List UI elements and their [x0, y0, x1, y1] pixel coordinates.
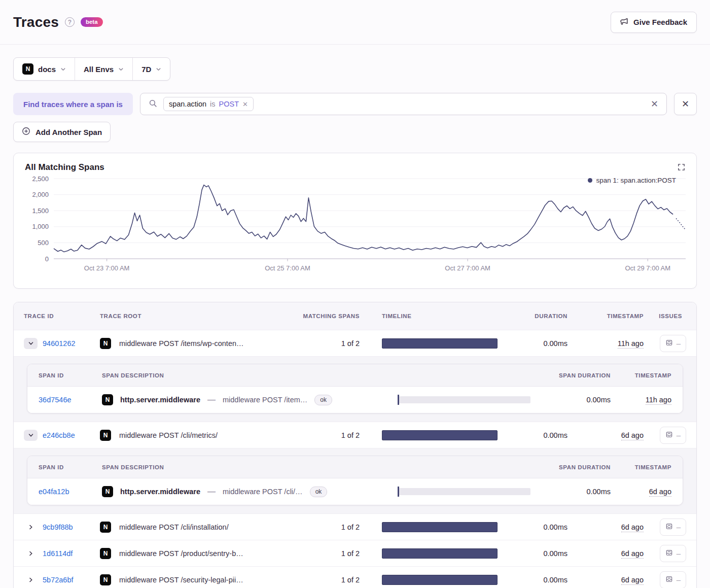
svg-text:Oct 25 7:00 AM: Oct 25 7:00 AM — [265, 264, 310, 272]
project-filter-label: docs — [38, 65, 56, 74]
span-row[interactable]: 36d7546e N http.server.middleware — midd… — [27, 387, 683, 413]
span-timestamp-value[interactable]: 11h ago — [646, 396, 671, 405]
date-range-filter[interactable]: 7D — [132, 58, 170, 80]
issues-button[interactable]: – — [660, 335, 686, 352]
expand-chevron-icon[interactable] — [24, 338, 38, 349]
chevron-down-icon — [118, 65, 124, 74]
matching-spans-chart-panel: All Matching Spans span 1: span.action:P… — [13, 153, 697, 289]
add-another-span-button[interactable]: Add Another Span — [13, 122, 111, 142]
table-row[interactable]: 1d6114df N middleware POST /product/sent… — [14, 540, 696, 566]
col-duration: DURATION — [512, 313, 567, 319]
timeline-bar[interactable] — [382, 548, 498, 559]
give-feedback-button[interactable]: Give Feedback — [611, 12, 697, 33]
svg-text:1,500: 1,500 — [32, 207, 49, 215]
table-row[interactable]: 9cb9f88b N middleware POST /cli/installa… — [14, 513, 696, 540]
expanded-spans-zone: SPAN ID SPAN DESCRIPTION SPAN DURATION T… — [14, 448, 696, 513]
traces-table-header: TRACE ID TRACE ROOT MATCHING SPANS TIMEL… — [14, 302, 696, 330]
trace-id-link[interactable]: e246cb8e — [43, 431, 75, 439]
trace-id-link[interactable]: 1d6114df — [43, 549, 73, 558]
date-range-label: 7D — [141, 65, 151, 74]
span-timeline-bar[interactable] — [398, 396, 530, 403]
span-description-label: middleware POST /cli/… — [223, 488, 303, 496]
timeline-bar[interactable] — [382, 338, 498, 349]
col-span-timestamp: TIMESTAMP — [611, 372, 671, 378]
svg-text:0: 0 — [45, 255, 49, 263]
search-clear-icon[interactable]: ✕ — [651, 98, 658, 110]
fullscreen-icon[interactable] — [677, 162, 686, 174]
col-span-duration: SPAN DURATION — [545, 372, 611, 378]
span-timeline-bar[interactable] — [398, 488, 530, 495]
expand-chevron-icon[interactable] — [24, 430, 38, 441]
col-timestamp: TIMESTAMP — [567, 313, 644, 319]
span-timeline-tick — [398, 487, 399, 497]
token-operator: is — [210, 100, 215, 108]
span-search-input[interactable]: span.action is POST ✕ ✕ — [140, 93, 667, 115]
project-filter[interactable]: N docs — [14, 58, 75, 80]
timeline-bar[interactable] — [382, 430, 498, 440]
token-remove-icon[interactable]: ✕ — [242, 100, 248, 108]
col-span-description: SPAN DESCRIPTION — [102, 464, 393, 470]
timeline-bar[interactable] — [382, 575, 498, 585]
timestamp-value[interactable]: 6d ago — [621, 549, 644, 559]
nextjs-project-icon: N — [22, 63, 33, 75]
environment-filter[interactable]: All Envs — [75, 58, 132, 80]
expand-chevron-icon[interactable] — [24, 548, 38, 559]
trace-id-link[interactable]: 9cb9f88b — [43, 523, 73, 531]
timestamp-value[interactable]: 6d ago — [621, 431, 644, 440]
table-row[interactable]: e246cb8e N middleware POST /cli/metrics/… — [14, 422, 696, 448]
legend-dot-icon — [588, 178, 592, 183]
filter-token[interactable]: span.action is POST ✕ — [163, 97, 254, 111]
span-id-link[interactable]: 36d7546e — [39, 396, 102, 404]
table-row[interactable]: 5b72a6bf N middleware POST /security-leg… — [14, 566, 696, 588]
token-value: POST — [219, 100, 239, 108]
chevron-down-icon — [156, 65, 161, 74]
col-span-duration: SPAN DURATION — [545, 464, 611, 470]
span-duration-value: 0.00ms — [545, 396, 611, 404]
nextjs-project-icon: N — [100, 522, 111, 533]
filter-bar: N docs All Envs 7D — [13, 57, 170, 81]
timestamp-value[interactable]: 6d ago — [621, 523, 644, 532]
span-id-link[interactable]: e04fa12b — [39, 488, 102, 496]
timeline-bar[interactable] — [382, 522, 498, 532]
matching-spans-count: 1 of 2 — [299, 523, 360, 531]
duration-value: 0.00ms — [512, 431, 567, 439]
issues-count-dash: – — [677, 549, 681, 558]
svg-text:1,000: 1,000 — [32, 223, 49, 230]
duration-value: 0.00ms — [512, 339, 567, 348]
issues-count-dash: – — [677, 431, 681, 439]
remove-span-condition-button[interactable]: ✕ — [674, 93, 697, 115]
issues-button[interactable]: – — [660, 545, 686, 562]
expand-chevron-icon[interactable] — [24, 522, 38, 533]
col-span-description: SPAN DESCRIPTION — [102, 372, 393, 378]
issues-button[interactable]: – — [660, 518, 686, 536]
timestamp-value[interactable]: 11h ago — [618, 339, 644, 349]
spans-line-chart: 05001,0001,5002,0002,500Oct 23 7:00 AMOc… — [14, 174, 696, 279]
plus-circle-icon — [22, 127, 30, 137]
help-icon[interactable]: ? — [65, 17, 75, 27]
col-issues: ISSUES — [644, 313, 686, 319]
issues-button[interactable]: – — [660, 571, 686, 588]
give-feedback-label: Give Feedback — [633, 18, 687, 26]
svg-text:Oct 27 7:00 AM: Oct 27 7:00 AM — [445, 264, 490, 272]
table-row[interactable]: 94601262 N middleware POST /items/wp-con… — [14, 330, 696, 356]
page-header: Traces ? beta Give Feedback — [0, 0, 710, 45]
trace-id-link[interactable]: 5b72a6bf — [43, 576, 73, 584]
issues-count-dash: – — [677, 575, 681, 584]
issues-button[interactable]: – — [660, 427, 686, 444]
span-row[interactable]: e04fa12b N http.server.middleware — midd… — [27, 478, 683, 505]
issues-count-dash: – — [677, 339, 681, 348]
span-status-badge: ok — [310, 487, 328, 497]
trace-id-link[interactable]: 94601262 — [43, 339, 76, 348]
search-icon — [149, 99, 157, 110]
nextjs-project-icon: N — [100, 574, 111, 585]
col-timeline: TIMELINE — [360, 313, 512, 319]
span-timestamp-value[interactable]: 6d ago — [649, 488, 671, 497]
col-matching-spans: MATCHING SPANS — [299, 313, 360, 319]
nextjs-project-icon: N — [100, 338, 111, 349]
col-span-id: SPAN ID — [39, 464, 102, 470]
nextjs-project-icon: N — [102, 486, 113, 497]
timestamp-value[interactable]: 6d ago — [621, 576, 644, 585]
spans-subtable: SPAN ID SPAN DESCRIPTION SPAN DURATION T… — [27, 456, 683, 505]
expand-chevron-icon[interactable] — [24, 574, 38, 585]
col-trace-root: TRACE ROOT — [100, 313, 299, 319]
